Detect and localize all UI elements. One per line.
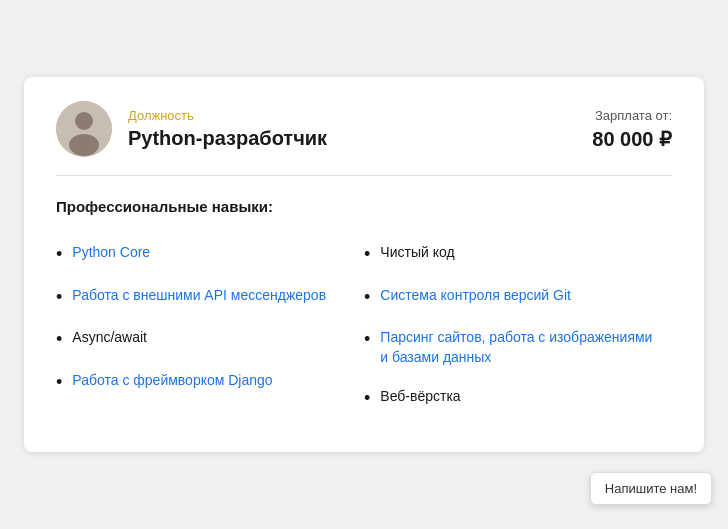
chat-button[interactable]: Напишите нам!	[590, 472, 712, 505]
bullet-icon: •	[364, 287, 370, 309]
bullet-icon: •	[364, 388, 370, 410]
card-header: Должность Python-разработчик Зарплата от…	[56, 101, 672, 176]
salary-block: Зарплата от: 80 000 ₽	[592, 108, 672, 151]
skill-link-django[interactable]: Работа с фреймворком Django	[72, 371, 272, 391]
list-item: • Веб-вёрстка	[364, 377, 672, 420]
svg-point-1	[75, 112, 93, 130]
list-item: • Чистый код	[364, 233, 672, 276]
list-item: • Система контроля версий Git	[364, 276, 672, 319]
bullet-icon: •	[56, 329, 62, 351]
position-title: Python-разработчик	[128, 127, 327, 150]
skills-col-right: • Чистый код • Система контроля версий G…	[364, 233, 672, 420]
title-block: Должность Python-разработчик	[128, 108, 327, 150]
skills-col-left: • Python Core • Работа с внешними API ме…	[56, 233, 364, 420]
bullet-icon: •	[364, 244, 370, 266]
skill-text-clean: Чистый код	[380, 243, 454, 263]
skill-link-api[interactable]: Работа с внешними API мессенджеров	[72, 286, 326, 306]
skill-link-git[interactable]: Система контроля версий Git	[380, 286, 571, 306]
position-label: Должность	[128, 108, 327, 123]
svg-point-2	[69, 134, 99, 156]
avatar	[56, 101, 112, 157]
skills-grid: • Python Core • Работа с внешними API ме…	[56, 233, 672, 420]
salary-value: 80 000 ₽	[592, 127, 672, 151]
skill-text-webdev: Веб-вёрстка	[380, 387, 460, 407]
bullet-icon: •	[56, 372, 62, 394]
skill-link-python-core[interactable]: Python Core	[72, 243, 150, 263]
bullet-icon: •	[56, 244, 62, 266]
list-item: • Python Core	[56, 233, 364, 276]
skill-link-parsing[interactable]: Парсинг сайтов, работа с изображениями и…	[380, 328, 660, 367]
list-item: • Работа с внешними API мессенджеров	[56, 276, 364, 319]
bullet-icon: •	[56, 287, 62, 309]
job-card: Должность Python-разработчик Зарплата от…	[24, 77, 704, 452]
bullet-icon: •	[364, 329, 370, 351]
skill-text-async: Async/await	[72, 328, 147, 348]
skills-title: Профессиональные навыки:	[56, 198, 672, 215]
salary-label: Зарплата от:	[592, 108, 672, 123]
header-left: Должность Python-разработчик	[56, 101, 327, 157]
list-item: • Async/await	[56, 318, 364, 361]
list-item: • Парсинг сайтов, работа с изображениями…	[364, 318, 672, 377]
skills-section: Профессиональные навыки: • Python Core •…	[56, 198, 672, 420]
list-item: • Работа с фреймворком Django	[56, 361, 364, 404]
